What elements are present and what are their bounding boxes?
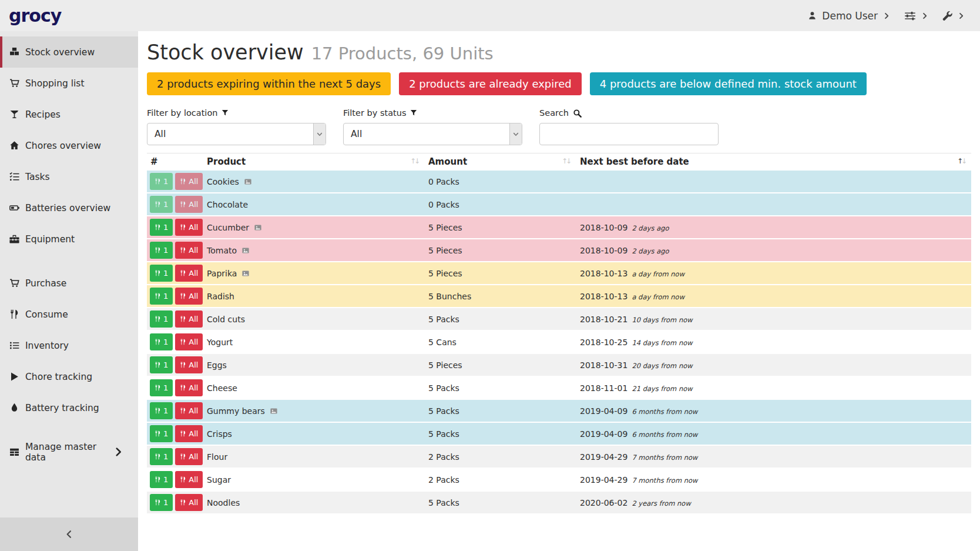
danger-alert-button[interactable]: 2 products are already expired — [399, 72, 582, 95]
consume-all-button[interactable]: All — [175, 356, 203, 373]
product-name: Crisps — [207, 429, 232, 439]
consume-one-button[interactable]: 1 — [150, 310, 173, 328]
sidebar-item-equipment[interactable]: Equipment — [0, 223, 138, 255]
consume-one-button[interactable]: 1 — [150, 379, 173, 396]
consume-one-label: 1 — [163, 269, 168, 278]
consume-one-button[interactable]: 1 — [150, 356, 173, 373]
sidebar-item-consume[interactable]: Consume — [0, 299, 138, 330]
sidebar-item-chores-overview[interactable]: Chores overview — [0, 130, 138, 161]
search-label-text: Search — [539, 108, 569, 118]
best-before-cell: 2018-10-2110 days from now — [576, 315, 971, 324]
warning-alert-button[interactable]: 2 products expiring within the next 5 da… — [147, 72, 391, 95]
product-cell: Cold cuts — [201, 315, 424, 324]
sidebar-item-stock-overview[interactable]: Stock overview — [0, 36, 138, 68]
sidebar-item-recipes[interactable]: Recipes — [0, 99, 138, 130]
consume-one-button[interactable]: 1 — [150, 242, 173, 259]
product-image-icon — [241, 247, 250, 254]
consume-all-button[interactable]: All — [175, 219, 203, 236]
home-icon — [9, 141, 20, 151]
amount-cell: 5 Packs — [424, 383, 576, 393]
topbar-menus: Demo User — [808, 10, 965, 22]
bbd-relative: a day from now — [632, 293, 684, 301]
select-dropdown-button[interactable] — [509, 123, 522, 145]
amount-cell: 5 Pieces — [424, 360, 576, 370]
consume-all-button[interactable]: All — [175, 173, 203, 190]
sidebar-item-label: Chores overview — [25, 141, 101, 151]
utensils-icon — [180, 338, 186, 346]
search-input[interactable] — [539, 123, 719, 145]
consume-all-button[interactable]: All — [175, 471, 203, 488]
row-actions-cell: 1All — [147, 379, 201, 396]
consume-all-button[interactable]: All — [175, 196, 203, 213]
sidebar-item-batteries-overview[interactable]: Batteries overview — [0, 192, 138, 223]
amount-cell: 0 Packs — [424, 177, 576, 186]
cart-icon — [9, 278, 20, 288]
user-menu[interactable]: Demo User — [808, 10, 890, 22]
product-image-icon — [254, 224, 262, 231]
sidebar-item-shopping-list[interactable]: Shopping list — [0, 68, 138, 99]
consume-one-button[interactable]: 1 — [150, 471, 173, 488]
column-header-amount[interactable]: Amount↑↓ — [424, 156, 576, 167]
page-subtitle: 17 Products, 69 Units — [311, 44, 494, 64]
row-actions-cell: 1All — [147, 471, 201, 488]
consume-one-button[interactable]: 1 — [150, 173, 173, 190]
column-header-product[interactable]: Product↑↓ — [201, 156, 424, 167]
consume-one-button[interactable]: 1 — [150, 219, 173, 236]
consume-all-button[interactable]: All — [175, 265, 203, 282]
product-cell: Crisps — [201, 429, 424, 439]
select-dropdown-button[interactable] — [313, 123, 325, 145]
consume-one-button[interactable]: 1 — [150, 494, 173, 511]
sidebar-item-chore-tracking[interactable]: Chore tracking — [0, 361, 138, 392]
toolbox-icon — [9, 234, 20, 244]
status-filter-select[interactable]: All — [343, 123, 522, 145]
admin-menu[interactable] — [942, 11, 965, 21]
bbd-date: 2019-04-09 — [580, 406, 627, 416]
bbd-relative: 14 days from now — [632, 339, 692, 347]
consume-all-button[interactable]: All — [175, 448, 203, 465]
location-filter-group: Filter by location All — [147, 108, 326, 145]
utensils-icon — [9, 309, 20, 319]
product-cell: Eggs — [201, 360, 424, 370]
consume-all-button[interactable]: All — [175, 333, 203, 350]
table-row: 1AllGummy bears5 Packs2019-04-096 months… — [147, 400, 971, 423]
tasks-icon — [9, 172, 20, 182]
sort-icon: ↑↓ — [410, 157, 418, 165]
amount-cell: 5 Packs — [424, 406, 576, 416]
consume-all-button[interactable]: All — [175, 402, 203, 419]
sidebar-item-tasks[interactable]: Tasks — [0, 161, 138, 192]
sidebar-item-battery-tracking[interactable]: Battery tracking — [0, 392, 138, 423]
consume-one-button[interactable]: 1 — [150, 265, 173, 282]
table-row: 1AllCucumber5 Pieces2018-10-092 days ago — [147, 216, 971, 239]
grocy-logo[interactable]: grocy — [9, 5, 61, 26]
consume-all-button[interactable]: All — [175, 288, 203, 305]
sort-icon: ↑↓ — [957, 157, 965, 165]
consume-all-button[interactable]: All — [175, 242, 203, 259]
sidebar-item-inventory[interactable]: Inventory — [0, 330, 138, 361]
product-cell: Yogurt — [201, 338, 424, 347]
consume-one-button[interactable]: 1 — [150, 448, 173, 465]
consume-one-button[interactable]: 1 — [150, 288, 173, 305]
best-before-cell: 2019-04-096 months from now — [576, 406, 971, 416]
sidebar-item-purchase[interactable]: Purchase — [0, 268, 138, 299]
sidebar-gap — [0, 423, 138, 436]
product-name: Radish — [207, 292, 234, 301]
consume-all-button[interactable]: All — [175, 425, 203, 442]
bbd-date: 2018-10-13 — [580, 269, 627, 278]
utensils-icon — [180, 269, 186, 277]
consume-one-label: 1 — [163, 177, 168, 186]
settings-menu[interactable] — [904, 10, 928, 22]
consume-one-button[interactable]: 1 — [150, 402, 173, 419]
location-filter-select[interactable]: All — [147, 123, 326, 145]
filter-funnel-icon — [410, 109, 417, 116]
consume-all-button[interactable]: All — [175, 494, 203, 511]
consume-all-button[interactable]: All — [175, 379, 203, 396]
info-alert-button[interactable]: 4 products are below defined min. stock … — [590, 72, 867, 95]
consume-one-button[interactable]: 1 — [150, 196, 173, 213]
consume-one-button[interactable]: 1 — [150, 333, 173, 350]
consume-one-button[interactable]: 1 — [150, 425, 173, 442]
consume-all-button[interactable]: All — [175, 310, 203, 328]
consume-all-label: All — [189, 223, 198, 232]
sidebar-collapse-button[interactable] — [0, 517, 138, 551]
column-header-next-best-before-date[interactable]: Next best before date↑↓ — [576, 156, 971, 167]
sidebar-item-manage-master-data[interactable]: Manage master data — [0, 436, 138, 467]
